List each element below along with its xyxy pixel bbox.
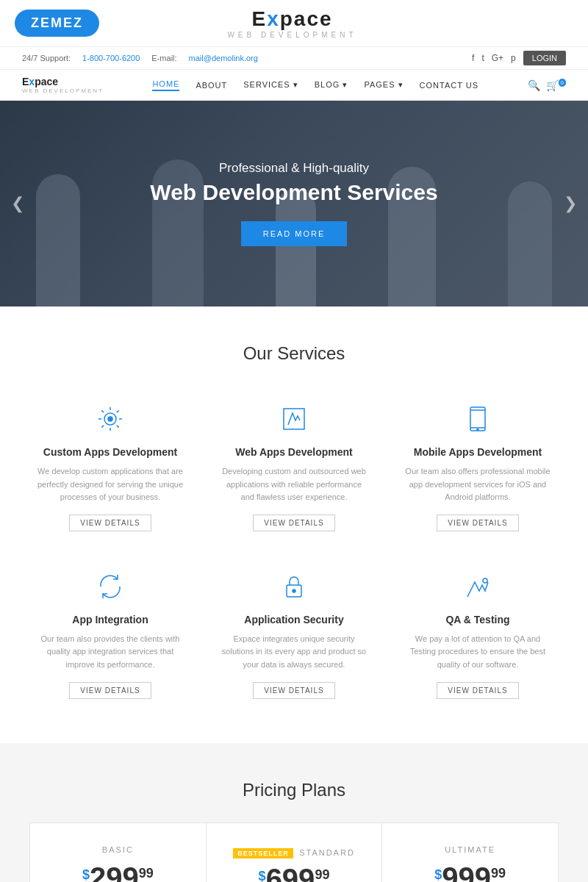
service-card-web-apps: Web Apps Development Developing custom a… [213,393,375,539]
nav-logo: Expace WEB DEVELOPMENT [22,76,104,94]
plan-price-ultimate: $ 999 99 [397,863,543,882]
support-label: 24/7 Support: [22,54,71,62]
pricing-card-ultimate: ULTIMATE $ 999 99 Concept Development UI… [382,823,558,882]
nav-about[interactable]: ABOUT [196,81,227,90]
svg-rect-2 [470,407,485,431]
app-integration-title: App Integration [37,614,184,625]
services-grid: Custom Apps Development We develop custo… [29,393,559,706]
email-label: E-mail: [151,54,176,62]
plan-name-ultimate: ULTIMATE [397,845,543,854]
svg-point-1 [108,417,112,421]
nav-home[interactable]: HOME [152,79,179,91]
service-card-qa-testing: QA & Testing We pay a lot of attention t… [397,561,559,706]
services-title: Our Services [29,343,559,364]
nav-blog[interactable]: BLOG ▾ [315,80,348,90]
app-security-title: Application Security [220,614,368,625]
hero-prev-arrow[interactable]: ❮ [11,194,24,213]
nav-contact[interactable]: CONTACT US [420,81,479,90]
svg-point-5 [477,429,478,431]
hero-title: Web Development Services [150,180,437,205]
social-google[interactable]: G+ [492,53,503,63]
services-section: Our Services Custom Apps Development We … [0,306,588,743]
service-card-mobile-apps: Mobile Apps Development Our team also of… [397,393,559,539]
app-security-btn[interactable]: VIEW DETAILS [253,682,334,699]
qa-testing-icon [459,568,496,605]
site-subtitle: WEB DEVELOPMENT [227,31,356,39]
mobile-apps-title: Mobile Apps Development [404,446,551,458]
top-bar: 24/7 Support: 1-800-700-6200 E-mail: mai… [0,46,588,70]
hero-content: Professional & High-quality Web Developm… [0,101,588,306]
pricing-title: Pricing Plans [15,780,573,800]
bestseller-badge: BESTSELLER [233,848,293,858]
app-integration-icon [92,568,129,605]
web-apps-desc: Developing custom and outsourced web app… [220,465,368,504]
pricing-cards: BASIC $ 299 99 Android Apps UX Design Ap… [29,822,559,882]
nav-links: HOME ABOUT SERVICES ▾ BLOG ▾ PAGES ▾ CON… [152,79,478,91]
social-facebook[interactable]: f [472,53,474,63]
app-security-icon [276,568,312,605]
site-title-block: Expace WEB DEVELOPMENT [227,7,356,39]
web-apps-btn[interactable]: VIEW DETAILS [253,514,334,531]
mobile-apps-icon [459,401,496,437]
service-card-app-security: Application Security Expace integrates u… [213,561,375,706]
site-title-x: x [267,7,280,30]
navigation: Expace WEB DEVELOPMENT HOME ABOUT SERVIC… [0,70,588,101]
qa-testing-btn[interactable]: VIEW DETAILS [437,682,518,699]
zemez-badge[interactable]: ZEMEZ [15,10,99,37]
custom-apps-desc: We develop custom applications that are … [37,465,184,504]
plan-name-basic: BASIC [45,845,191,854]
custom-apps-icon [92,401,129,437]
custom-apps-btn[interactable]: VIEW DETAILS [69,514,151,531]
social-pinterest[interactable]: p [511,53,516,63]
nav-services[interactable]: SERVICES ▾ [243,80,298,90]
plan-price-standard: $ 699 99 [221,864,368,882]
qa-testing-desc: We pay a lot of attention to QA and Test… [404,633,551,672]
cart-icon[interactable]: 🛒0 [546,79,566,91]
web-apps-icon [276,401,312,437]
hero-next-arrow[interactable]: ❯ [564,194,577,213]
svg-point-8 [483,578,487,583]
search-icon[interactable]: 🔍 [528,79,540,91]
app-security-desc: Expace integrates unique security soluti… [220,633,368,672]
hero-cta-button[interactable]: READ MORE [241,221,348,246]
social-twitter[interactable]: t [481,53,484,63]
site-title-e: E [251,7,267,30]
pricing-card-standard: BESTSELLER STANDARD $ 699 99 iOS Apps De… [207,823,383,882]
site-title-pace: pace [280,7,333,30]
mobile-apps-desc: Our team also offers professional mobile… [404,465,551,504]
custom-apps-title: Custom Apps Development [37,446,184,458]
service-card-custom-apps: Custom Apps Development We develop custo… [29,393,191,539]
email-address[interactable]: mail@demolink.org [189,54,258,62]
app-integration-desc: Our team also provides the clients with … [37,633,184,672]
mobile-apps-btn[interactable]: VIEW DETAILS [437,514,518,531]
web-apps-title: Web Apps Development [220,446,368,458]
pricing-card-basic: BASIC $ 299 99 Android Apps UX Design Ap… [30,823,207,882]
hero-subtitle: Professional & High-quality [219,161,369,176]
svg-point-7 [293,589,295,592]
nav-pages[interactable]: PAGES ▾ [364,80,403,90]
app-integration-btn[interactable]: VIEW DETAILS [69,682,151,699]
qa-testing-title: QA & Testing [404,614,551,625]
pricing-section: Pricing Plans BASIC $ 299 99 Android App… [0,743,588,882]
hero-section: Professional & High-quality Web Developm… [0,101,588,306]
phone-number[interactable]: 1-800-700-6200 [82,54,140,62]
login-button[interactable]: LOGIN [523,51,566,65]
plan-price-basic: $ 299 99 [45,863,191,882]
service-card-app-integration: App Integration Our team also provides t… [29,561,191,706]
plan-name-standard: STANDARD [299,848,355,857]
